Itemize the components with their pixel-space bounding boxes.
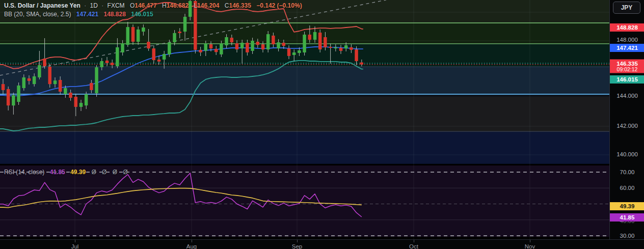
bb-indicator-legend[interactable]: BB (20, SMA, close, 2.5) 147.421 148.828…: [4, 11, 153, 18]
time-axis-tick: [530, 240, 530, 242]
axis-price-badge: 147.421: [610, 44, 644, 52]
bb-lower-value: 146.015: [131, 11, 153, 18]
axis-price-badge: 146.015: [610, 75, 644, 84]
axis-price-badge: 148.828: [610, 23, 644, 32]
currency-toggle-button[interactable]: JPY: [613, 2, 640, 14]
symbol-legend[interactable]: U.S. Dollar / Japanese Yen · 1D · FXCM O…: [4, 2, 302, 9]
time-axis-month-label: Nov: [525, 243, 535, 249]
rsi-value: 41.85: [50, 169, 65, 176]
time-axis-tick: [414, 240, 414, 242]
rsi-indicator-legend[interactable]: RSI (14, close) 41.85 49.39 Ø Ø Ø Ø: [4, 169, 130, 176]
axis-price-label: 144.000: [610, 93, 644, 99]
axis-price-label: 60.00: [610, 185, 644, 191]
axis-price-badge: 146.33509:02:12: [610, 60, 644, 73]
open-prefix: O: [130, 2, 135, 9]
axis-price-label: 140.000: [610, 151, 644, 157]
axis-price-label: 30.00: [610, 233, 644, 239]
chart-plot[interactable]: [0, 0, 609, 239]
rsi-hidden-series-markers: Ø Ø Ø Ø: [91, 169, 129, 176]
rsi-ma-value: 49.39: [70, 169, 86, 176]
time-axis-month-label: Sep: [292, 243, 302, 249]
time-axis-month-label: Aug: [186, 243, 197, 249]
chart-canvas[interactable]: U.S. Dollar / Japanese Yen · 1D · FXCM O…: [0, 0, 609, 239]
axis-price-label: 142.000: [610, 123, 644, 129]
bar-countdown-timer: 09:02:12: [610, 66, 644, 72]
bb-basis-value: 147.421: [76, 11, 98, 18]
interval-label[interactable]: 1D: [90, 2, 98, 9]
separator-dot: ·: [84, 2, 86, 9]
time-axis-tick: [297, 240, 298, 242]
open-value: 146.477: [135, 2, 156, 9]
change-value: −0.142 (−0.10%): [256, 2, 302, 9]
axis-price-label: 148.000: [610, 37, 644, 43]
axis-price-badge: 41.85: [610, 213, 644, 222]
close-prefix: C: [225, 2, 229, 9]
symbol-title[interactable]: U.S. Dollar / Japanese Yen: [4, 2, 81, 9]
axis-price-badge: 49.39: [610, 202, 644, 210]
bb-upper-value: 148.828: [103, 11, 125, 18]
price-axis[interactable]: JPY 148.000144.000142.000140.00070.0060.…: [609, 0, 644, 239]
time-axis-month-label: Oct: [409, 243, 418, 249]
bb-label[interactable]: BB (20, SMA, close, 2.5): [4, 11, 71, 18]
time-axis[interactable]: JulAugSepOctNov: [0, 239, 644, 249]
time-axis-month-label: Jul: [71, 243, 79, 249]
low-value: 146.204: [197, 2, 219, 9]
time-axis-tick: [192, 240, 192, 242]
high-prefix: H: [162, 2, 167, 9]
axis-price-label: 70.00: [610, 169, 644, 175]
time-axis-tick: [75, 240, 75, 242]
trading-chart-window: U.S. Dollar / Japanese Yen · 1D · FXCM O…: [0, 0, 644, 249]
close-value: 146.335: [229, 2, 251, 9]
exchange-label: FXCM: [108, 2, 125, 9]
rsi-label[interactable]: RSI (14, close): [4, 169, 44, 176]
separator-dot: ·: [101, 2, 103, 9]
high-value: 146.682: [167, 2, 189, 9]
